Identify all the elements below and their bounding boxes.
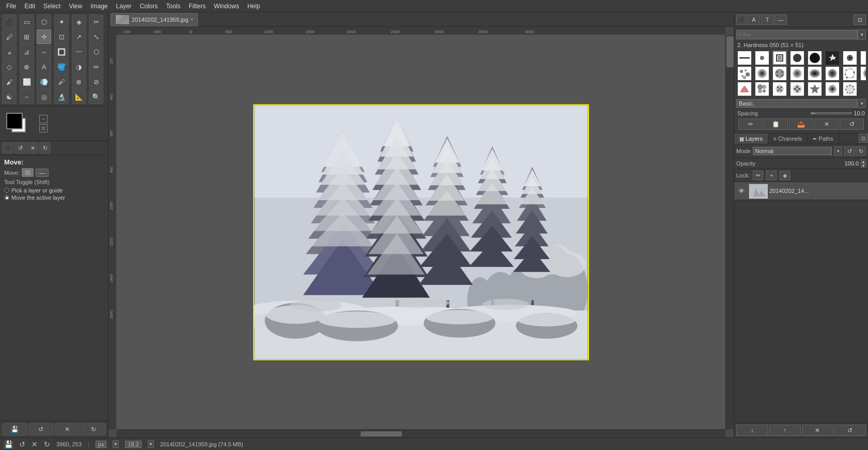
menu-filters[interactable]: Filters	[184, 2, 210, 11]
blend-tool-icon[interactable]: ◑	[72, 59, 86, 74]
measure-icon[interactable]: 📐	[72, 89, 86, 104]
brush-item-12[interactable]	[790, 66, 804, 81]
dodge-burn-icon[interactable]: ☯	[2, 89, 17, 104]
new-file-icon[interactable]: ⬛	[2, 14, 17, 29]
brush-item-6[interactable]	[825, 51, 840, 65]
menu-tools[interactable]: Tools	[162, 2, 184, 11]
tab-close-btn[interactable]: ×	[191, 17, 194, 22]
canvas-viewport[interactable]	[117, 35, 725, 429]
brush-item-13[interactable]	[808, 66, 822, 81]
zoom-tool-icon[interactable]: 🔍	[89, 89, 103, 104]
brush-item-14[interactable]	[825, 66, 840, 81]
undo-status-btn[interactable]: ↺	[19, 440, 25, 448]
brush-filter-arrow[interactable]: ▾	[858, 29, 866, 40]
undo-extra-icon[interactable]: ↺	[14, 142, 26, 154]
fuzzy-select-icon[interactable]: ✦	[54, 14, 69, 29]
opacity-spin-up[interactable]: ▲	[861, 159, 866, 163]
channels-tab[interactable]: ≡ Channels	[768, 133, 808, 144]
brush-item-20[interactable]	[790, 82, 804, 96]
menu-edit[interactable]: Edit	[20, 2, 39, 11]
move-layer-btn[interactable]: ⊡	[22, 168, 34, 177]
menu-file[interactable]: File	[2, 2, 20, 11]
layers-panel-close-btn[interactable]: ⊡	[859, 133, 868, 143]
cage-transform-icon[interactable]: 🔳	[54, 44, 69, 59]
text-view-btn[interactable]: A	[748, 14, 760, 25]
warp-transform-icon[interactable]: 〰	[72, 44, 86, 59]
swap-colors-btn[interactable]: ↔	[39, 115, 48, 123]
reset-colors-btn[interactable]: ⊡	[39, 124, 48, 132]
layer-redo-btn[interactable]: ↻	[856, 146, 866, 156]
status-unit-arrow[interactable]: ▾	[113, 440, 119, 448]
layer-delete-btn[interactable]: ↺	[834, 425, 866, 436]
layer-lower-btn[interactable]: ✕	[802, 425, 833, 436]
layer-raise-btn[interactable]: ↑	[769, 425, 800, 436]
brush-item-1[interactable]	[737, 51, 752, 65]
brush-edit-btn[interactable]: ✏	[738, 118, 763, 130]
brush-item-11[interactable]	[772, 66, 787, 81]
type-btn[interactable]: T	[761, 14, 773, 25]
lock-alpha-btn[interactable]: +	[766, 171, 777, 180]
undo-history-btn[interactable]: ↺	[28, 423, 54, 436]
pattern-view-btn[interactable]: ⬛	[736, 14, 747, 25]
brush-item-2[interactable]	[755, 51, 769, 65]
layer-new-btn[interactable]: ↓	[736, 425, 768, 436]
dash-btn[interactable]: —	[774, 14, 787, 25]
menu-colors[interactable]: Colors	[136, 2, 162, 11]
move-path-btn[interactable]: —	[36, 169, 49, 177]
paint-bucket-icon[interactable]: 🪣	[54, 59, 69, 74]
menu-view[interactable]: View	[65, 2, 86, 11]
smudge-icon[interactable]: ~	[20, 89, 34, 104]
menu-layer[interactable]: Layer	[112, 2, 136, 11]
status-zoom-arrow[interactable]: ▾	[148, 440, 154, 448]
pencil-tool-icon[interactable]: ✏	[89, 59, 103, 74]
save-to-disk-icon[interactable]: 💾	[4, 440, 13, 448]
delete-status-btn[interactable]: ✕	[32, 440, 38, 448]
unified-transform-icon[interactable]: ⬡	[89, 44, 103, 59]
heal-icon[interactable]: ⊘	[89, 74, 103, 89]
brush-item-16[interactable]	[860, 66, 866, 81]
scrollbar-vertical[interactable]	[725, 35, 734, 429]
redo-extra-icon[interactable]: ↻	[39, 142, 51, 154]
move-tool-icon active[interactable]: ✛	[37, 29, 51, 44]
color-picker-icon[interactable]: 🔬	[54, 89, 69, 104]
crop-tool-icon[interactable]: ⊡	[54, 29, 69, 44]
delete-btn[interactable]: ✕	[55, 423, 80, 436]
brush-item-19[interactable]	[772, 82, 787, 96]
layer-visibility-toggle[interactable]: 👁	[736, 186, 747, 196]
opacity-spin-down[interactable]: ▼	[861, 163, 866, 168]
scrollbar-horizontal[interactable]	[117, 429, 725, 438]
flip-icon[interactable]: ↔	[37, 44, 51, 59]
brush-export-btn[interactable]: 📤	[789, 118, 813, 130]
blur-sharpen-icon[interactable]: ◎	[37, 89, 51, 104]
brush-item-23[interactable]	[843, 82, 857, 96]
delete-extra-icon[interactable]: ✕	[27, 142, 38, 154]
select-color-icon[interactable]: ◈	[72, 14, 86, 29]
scale-icon[interactable]: ⤡	[89, 29, 103, 44]
text-tool-icon[interactable]: A	[37, 59, 51, 74]
brush-preset-select[interactable]: Basic,	[736, 99, 857, 108]
shear-icon[interactable]: ⧡	[2, 44, 17, 59]
menu-windows[interactable]: Windows	[210, 2, 243, 11]
brush-item-17[interactable]	[737, 82, 752, 96]
canvas-tab[interactable]: 20140202_141959.jpg ×	[111, 13, 198, 26]
brush-item-10[interactable]	[755, 66, 769, 81]
lock-position-btn[interactable]: ◈	[780, 171, 790, 180]
menu-help[interactable]: Help	[243, 2, 265, 11]
selection-rect-icon[interactable]: ▭	[20, 14, 34, 29]
free-select-icon[interactable]: ⬠	[37, 14, 51, 29]
brush-item-18[interactable]	[755, 82, 769, 96]
brush-preset-arrow[interactable]: ▾	[858, 99, 866, 108]
brush-item-21[interactable]	[808, 82, 822, 96]
brush-item-8[interactable]	[860, 51, 866, 65]
brush-refresh-btn[interactable]: ↺	[840, 118, 864, 130]
mode-dropdown-arrow[interactable]: ▾	[834, 146, 842, 156]
brush-delete-btn[interactable]: ✕	[814, 118, 839, 130]
quickmask-icon[interactable]: ⬛	[2, 142, 13, 154]
move-active-layer-radio[interactable]: Move the active layer	[4, 194, 104, 201]
layer-row-0[interactable]: 👁 20140202_14...	[734, 182, 868, 200]
redo-btn[interactable]: ↻	[81, 423, 106, 436]
paintbrush-icon[interactable]: 🖌	[2, 74, 17, 89]
expand-panel-btn[interactable]: ⊡	[854, 14, 866, 25]
paths-icon[interactable]: ⊕	[20, 59, 34, 74]
brush-item-9[interactable]	[737, 66, 752, 81]
